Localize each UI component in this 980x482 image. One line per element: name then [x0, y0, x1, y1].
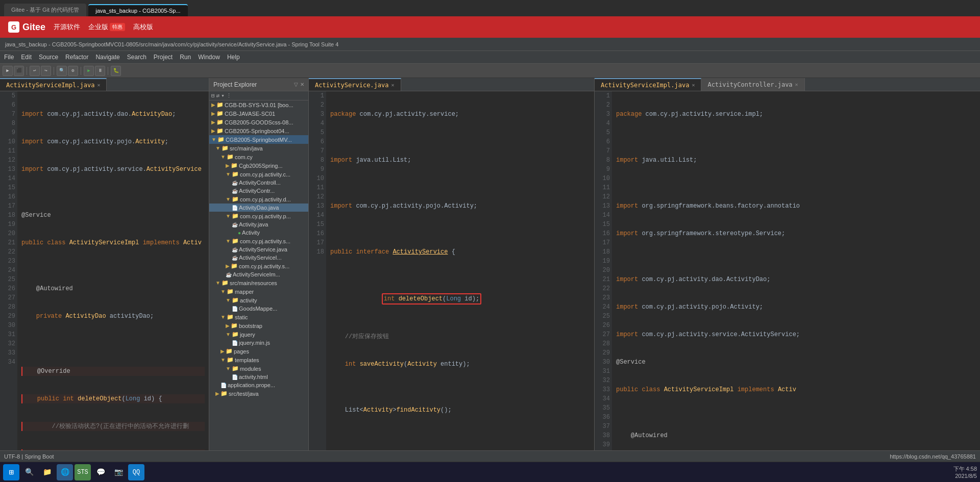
toolbar-sep-2 — [54, 67, 54, 75]
menu-navigate[interactable]: Navigate — [95, 54, 119, 61]
tree-container[interactable]: ▶ 📁 CGB-DB-SYS-V3.01 [boo... ▶ 📁 CGB-JAV… — [209, 100, 308, 450]
tree-item-goodsmapper[interactable]: 📄 GoodsMappe... — [209, 305, 308, 313]
panel-minimize-btn[interactable]: ▽ — [294, 82, 298, 87]
menu-refactor[interactable]: Refactor — [65, 54, 88, 61]
browser-tab-bar: Gitee - 基于 Git 的代码托管 java_sts_backup - C… — [0, 0, 980, 16]
menu-edit[interactable]: Edit — [21, 54, 32, 61]
browser-tab-sts[interactable]: java_sts_backup - CGB2005-Sp... — [88, 4, 187, 16]
tree-item-activity-s[interactable]: ▼ 📁 com.cy.pj.activity.s... — [209, 237, 308, 245]
tree-item-bootstrap[interactable]: ▶ 📁 bootstrap — [209, 321, 308, 330]
tree-label: ActivityContr... — [239, 188, 275, 194]
tree-item-application[interactable]: 📄 application.prope... — [209, 381, 308, 389]
app-container: Gitee - 基于 Git 的代码托管 java_sts_backup - C… — [0, 0, 980, 482]
ide-toolbar: ▶ ⬛ ↩ ↪ 🔍 ⚙ ▶ ⏸ 🐛 — [0, 64, 980, 78]
tree-item-springboot04[interactable]: ▶ 📁 CGB2005-Springboot04... — [209, 126, 308, 135]
taskbar-file-btn[interactable]: 📁 — [39, 464, 55, 480]
toolbar-btn-7[interactable]: ▶ — [84, 66, 94, 76]
right-editor-panel: ActivityServiceImpl.java ✕ ActivityContr… — [595, 78, 980, 450]
center-tab-activityservice[interactable]: ActivityService.java ✕ — [309, 78, 401, 91]
link-with-editor-icon[interactable]: ⇄ — [216, 92, 220, 99]
tree-item-src-test-java[interactable]: ▶ 📁 src/test/java — [209, 389, 308, 398]
right-tab1-close[interactable]: ✕ — [692, 82, 695, 88]
toolbar-btn-6[interactable]: ⚙ — [68, 66, 78, 76]
tree-item-static[interactable]: ▼ 📁 static — [209, 313, 308, 321]
taskbar-camera-btn[interactable]: 📷 — [110, 464, 127, 480]
right-code-area: 12345678910 11121314151617181920 2122232… — [595, 91, 980, 450]
menu-help[interactable]: Help — [227, 54, 240, 61]
tree-item-mapper[interactable]: ▼ 📁 mapper — [209, 287, 308, 296]
tree-item-activity-java[interactable]: ☕ Activity.java — [209, 220, 308, 229]
gitee-nav-opensource[interactable]: 开源软件 — [54, 22, 80, 32]
tree-item-templates[interactable]: ▼ 📁 templates — [209, 356, 308, 364]
project-explorer-title: Project Explorer — [213, 81, 257, 88]
browser-tab-gitee[interactable]: Gitee - 基于 Git 的代码托管 — [4, 4, 86, 16]
tree-item-pages[interactable]: ▶ 📁 pages — [209, 347, 308, 356]
gitee-g-icon: G — [8, 21, 19, 33]
toolbar-btn-3[interactable]: ↩ — [30, 66, 40, 76]
tree-item-src-main-java[interactable]: ▼ 📁 src/main/java — [209, 144, 308, 153]
tree-item-jquery[interactable]: ▼ 📁 jquery — [209, 330, 308, 339]
right-tab-activityserviceimpl[interactable]: ActivityServiceImpl.java ✕ — [595, 78, 701, 91]
toolbar-btn-2[interactable]: ⬛ — [14, 66, 24, 76]
tree-item-comcy[interactable]: ▼ 📁 com.cy — [209, 153, 308, 161]
tree-item-modules[interactable]: ▼ 📁 modules — [209, 364, 308, 373]
tree-label: com.cy — [235, 154, 253, 160]
toolbar-btn-9[interactable]: 🐛 — [111, 66, 121, 76]
tree-label: mapper — [235, 289, 254, 295]
panel-close-btn[interactable]: ✕ — [300, 82, 304, 87]
menu-project[interactable]: Project — [154, 54, 173, 61]
menu-search[interactable]: Search — [127, 54, 146, 61]
gitee-nav-enterprise[interactable]: 企业版 特惠 — [88, 22, 125, 32]
tree-item-activity-folder[interactable]: ▼ 📁 activity — [209, 296, 308, 305]
toolbar-btn-4[interactable]: ↪ — [41, 66, 51, 76]
taskbar-browser-btn[interactable]: 🌐 — [57, 464, 73, 480]
toolbar-btn-8[interactable]: ⏸ — [95, 66, 105, 76]
menu-run[interactable]: Run — [180, 54, 191, 61]
left-tab-close[interactable]: ✕ — [97, 82, 100, 88]
tree-item-cgb2005spring[interactable]: ▶ 📁 Cgb2005Spring... — [209, 161, 308, 170]
tree-item-activitycontr[interactable]: ☕ ActivityContr... — [209, 187, 308, 195]
tree-item-activitydao[interactable]: 📄 ActivityDao.java — [209, 204, 308, 212]
tree-item-activityservice[interactable]: ☕ ActivityService.java — [209, 245, 308, 253]
tree-label: modules — [240, 366, 261, 372]
center-tab-close[interactable]: ✕ — [391, 82, 395, 88]
tree-item-activity-c[interactable]: ▼ 📁 com.cy.pj.activity.c... — [209, 170, 308, 179]
menu-source[interactable]: Source — [39, 54, 58, 61]
tree-item-activityserviceim[interactable]: ☕ ActivityServiceIm... — [209, 270, 308, 278]
menu-file[interactable]: File — [4, 54, 14, 61]
taskbar-start-btn[interactable]: ⊞ — [3, 464, 19, 480]
tree-item-jqueryminjs[interactable]: 📄 jquery.min.js — [209, 339, 308, 347]
tree-item-activitycontroll[interactable]: ☕ ActivityControll... — [209, 179, 308, 187]
taskbar-qq-btn[interactable]: QQ — [128, 464, 144, 480]
right-tab-activitycontroller[interactable]: ActivityController.java ✕ — [701, 78, 804, 91]
collapse-all-icon[interactable]: ⊟ — [211, 92, 215, 99]
tree-item-activity-p[interactable]: ▼ 📁 com.cy.pj.activity.p... — [209, 212, 308, 220]
taskbar-search-btn[interactable]: 🔍 — [21, 464, 37, 480]
taskbar-chat-btn[interactable]: 💬 — [92, 464, 109, 480]
tree-item-springbootmvc[interactable]: ▼ 📁 CGB2005-SpringbootMV... — [209, 135, 308, 144]
tree-item-activityservicei[interactable]: ☕ ActivityServiceI... — [209, 253, 308, 262]
tree-item-activity-d[interactable]: ▼ 📁 com.cy.pj.activity.d... — [209, 195, 308, 204]
view-menu-icon[interactable]: ⋮ — [226, 92, 232, 99]
center-line-numbers: 12345678 910111213141516 1718 — [309, 91, 326, 450]
tree-item-src-main-resources[interactable]: ▼ 📁 src/main/resources — [209, 278, 308, 287]
menu-window[interactable]: Window — [198, 54, 220, 61]
tree-item-activity-s2[interactable]: ▶ 📁 com.cy.pj.activity.s... — [209, 262, 308, 270]
gitee-nav-university[interactable]: 高校版 — [133, 22, 153, 32]
tree-item-activityhtml[interactable]: 📄 activity.html — [209, 373, 308, 381]
toolbar-sep-4 — [108, 67, 108, 75]
toolbar-btn-5[interactable]: 🔍 — [57, 66, 67, 76]
filter-icon[interactable]: ▾ — [221, 92, 225, 99]
tree-label: Activity.java — [239, 221, 268, 227]
tree-label: com.cy.pj.activity.c... — [240, 171, 290, 177]
tree-item-cgb-goods[interactable]: ▶ 📁 CGB2005-GOODScss-08... — [209, 118, 308, 126]
left-tab-activityserviceimpl[interactable]: ActivityServiceImpl.java ✕ — [0, 78, 107, 91]
tree-label: jquery.min.js — [239, 340, 270, 346]
tree-item-cgb-javase[interactable]: ▶ 📁 CGB-JAVASE-SC01 — [209, 109, 308, 118]
right-tab2-close[interactable]: ✕ — [795, 82, 798, 87]
taskbar-sts-btn[interactable]: STS — [75, 464, 91, 480]
toolbar-btn-1[interactable]: ▶ — [3, 66, 13, 76]
panel-toolbar: ⊟ ⇄ ▾ ⋮ — [209, 91, 308, 100]
tree-item-activity-class[interactable]: ● Activity — [209, 229, 308, 237]
tree-item-cgb-db[interactable]: ▶ 📁 CGB-DB-SYS-V3.01 [boo... — [209, 100, 308, 109]
